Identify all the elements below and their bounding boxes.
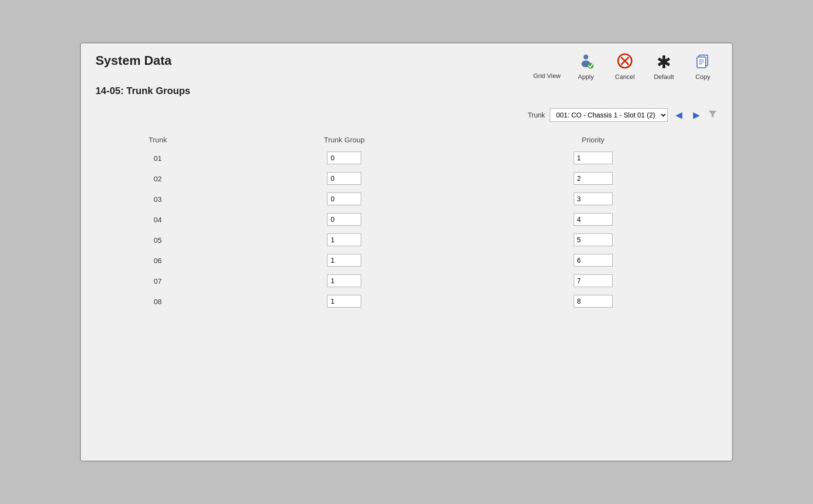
cancel-icon [617, 53, 633, 71]
trunk-group-cell [220, 209, 468, 230]
table-row: 06 [96, 250, 717, 271]
priority-input[interactable] [574, 152, 613, 164]
trunk-selector-label: Trunk [528, 111, 545, 119]
trunk-group-cell [220, 271, 468, 291]
priority-input[interactable] [574, 213, 613, 226]
copy-label: Copy [696, 73, 710, 80]
trunk-group-cell [220, 189, 468, 209]
priority-input[interactable] [574, 274, 613, 287]
prev-trunk-button[interactable]: ◀ [673, 109, 685, 121]
grid-view-button[interactable]: Grid View [532, 55, 561, 79]
table-row: 04 [96, 209, 717, 230]
page-subtitle: 14-05: Trunk Groups [96, 85, 717, 97]
copy-button[interactable]: Copy [688, 53, 717, 80]
trunk-group-cell [220, 168, 468, 189]
default-button[interactable]: ✱ Default [649, 54, 678, 80]
default-label: Default [654, 73, 674, 80]
apply-button[interactable]: Apply [571, 53, 600, 80]
table-row: 02 [96, 168, 717, 189]
apply-label: Apply [578, 73, 594, 80]
copy-icon [695, 53, 711, 71]
trunk-group-cell [220, 291, 468, 311]
priority-cell [469, 250, 717, 271]
trunk-number: 02 [96, 168, 220, 189]
trunk-number: 06 [96, 250, 220, 271]
trunk-number: 04 [96, 209, 220, 230]
trunk-group-input[interactable] [327, 295, 361, 308]
priority-cell [469, 209, 717, 230]
apply-icon [578, 53, 594, 71]
trunk-selector-row: Trunk 001: CO - Chassis 1 - Slot 01 (2) … [96, 108, 717, 122]
trunk-group-cell [220, 250, 468, 271]
priority-input[interactable] [574, 172, 613, 185]
trunk-select[interactable]: 001: CO - Chassis 1 - Slot 01 (2) [550, 108, 668, 122]
grid-view-label: Grid View [533, 72, 561, 79]
trunk-group-input[interactable] [327, 152, 361, 164]
priority-cell [469, 189, 717, 209]
data-table: Trunk Trunk Group Priority 0102030405060… [96, 132, 717, 311]
header-row: System Data Grid View [96, 53, 717, 80]
trunk-group-input[interactable] [327, 233, 361, 246]
trunk-number: 05 [96, 230, 220, 250]
table-row: 01 [96, 148, 717, 168]
default-icon: ✱ [657, 54, 671, 71]
app-title: System Data [96, 53, 172, 68]
trunk-number: 01 [96, 148, 220, 168]
priority-cell [469, 291, 717, 311]
priority-cell [469, 148, 717, 168]
svg-marker-15 [709, 111, 716, 118]
col-header-priority: Priority [469, 132, 717, 148]
trunk-group-cell [220, 230, 468, 250]
trunk-number: 07 [96, 271, 220, 291]
table-row: 03 [96, 189, 717, 209]
priority-input[interactable] [574, 233, 613, 246]
priority-input[interactable] [574, 193, 613, 205]
table-row: 07 [96, 271, 717, 291]
priority-cell [469, 230, 717, 250]
trunk-group-input[interactable] [327, 193, 361, 205]
trunk-group-cell [220, 148, 468, 168]
table-row: 05 [96, 230, 717, 250]
trunk-group-input[interactable] [327, 172, 361, 185]
priority-cell [469, 168, 717, 189]
trunk-group-input[interactable] [327, 274, 361, 287]
col-header-trunk-group: Trunk Group [220, 132, 468, 148]
cancel-label: Cancel [615, 73, 635, 80]
priority-cell [469, 271, 717, 291]
svg-rect-11 [697, 57, 706, 68]
toolbar: Grid View Apply [532, 53, 717, 80]
trunk-group-input[interactable] [327, 213, 361, 226]
priority-input[interactable] [574, 295, 613, 308]
table-row: 08 [96, 291, 717, 311]
next-trunk-button[interactable]: ▶ [690, 109, 703, 121]
cancel-button[interactable]: Cancel [610, 53, 639, 80]
svg-point-4 [583, 55, 588, 59]
col-header-trunk: Trunk [96, 132, 220, 148]
main-window: System Data Grid View [80, 42, 733, 462]
trunk-number: 08 [96, 291, 220, 311]
trunk-number: 03 [96, 189, 220, 209]
trunk-group-input[interactable] [327, 254, 361, 267]
priority-input[interactable] [574, 254, 613, 267]
filter-button[interactable] [708, 109, 717, 121]
